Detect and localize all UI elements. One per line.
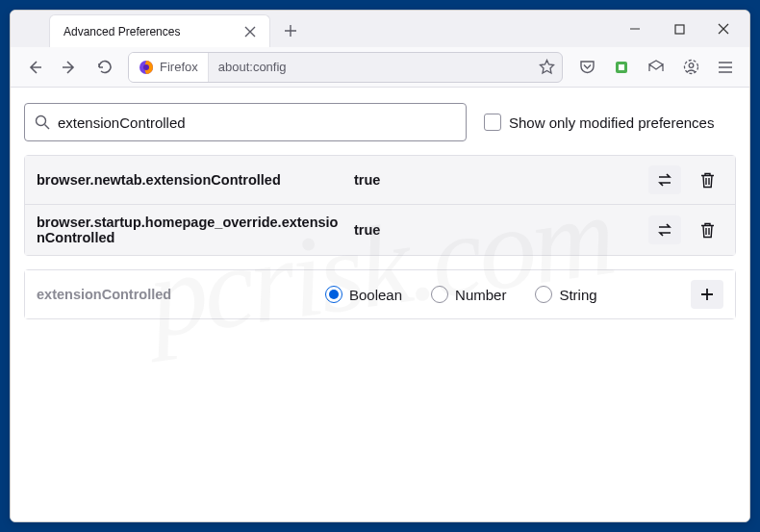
pref-search-box[interactable]: [24, 103, 467, 141]
url-text: about:config: [209, 60, 531, 74]
radio-icon: [535, 286, 552, 303]
profile-button[interactable]: [674, 52, 707, 83]
star-icon: [539, 59, 555, 75]
close-window-button[interactable]: [701, 14, 746, 43]
window-controls: [613, 11, 746, 47]
identity-label: Firefox: [160, 60, 198, 74]
pref-search-input[interactable]: [58, 114, 456, 131]
trash-icon: [700, 222, 715, 239]
trash-icon: [700, 172, 715, 189]
pref-results: browser.newtab.extensionControlled true …: [24, 155, 736, 256]
checkbox-label-text: Show only modified preferences: [509, 114, 714, 131]
svg-rect-0: [675, 25, 684, 34]
search-row: Show only modified preferences: [24, 103, 736, 141]
toggle-icon: [656, 223, 673, 237]
menu-button[interactable]: [709, 52, 742, 83]
pocket-button[interactable]: [570, 52, 603, 83]
pref-value: true: [354, 172, 639, 188]
type-radio-string[interactable]: String: [535, 286, 596, 303]
modified-only-toggle[interactable]: Show only modified preferences: [484, 114, 714, 131]
type-radio-number[interactable]: Number: [431, 286, 506, 303]
svg-point-6: [689, 63, 694, 68]
svg-rect-4: [619, 64, 624, 70]
maximize-button[interactable]: [657, 14, 701, 43]
back-button[interactable]: [18, 52, 51, 83]
checkbox-icon: [484, 114, 501, 131]
close-icon: [244, 26, 256, 38]
mail-icon: [647, 60, 665, 75]
pocket-icon: [579, 59, 595, 75]
pref-name: browser.newtab.extensionControlled: [37, 172, 344, 188]
bookmark-button[interactable]: [531, 52, 562, 83]
nav-toolbar: Firefox about:config: [11, 47, 749, 88]
arrow-left-icon: [26, 59, 43, 76]
type-radio-group: Boolean Number String: [325, 286, 681, 303]
tab-active[interactable]: Advanced Preferences: [49, 14, 270, 47]
close-tab-button[interactable]: [241, 22, 260, 41]
svg-point-5: [684, 61, 697, 74]
tab-bar: Advanced Preferences: [11, 11, 749, 47]
type-radio-boolean[interactable]: Boolean: [325, 286, 402, 303]
reload-button[interactable]: [88, 52, 120, 83]
radio-label: Boolean: [349, 287, 402, 303]
close-icon: [718, 23, 729, 35]
add-button[interactable]: [691, 280, 723, 309]
minimize-icon: [629, 23, 641, 35]
firefox-window: Advanced Preferences: [10, 10, 750, 522]
reload-icon: [96, 59, 113, 75]
minimize-button[interactable]: [613, 14, 657, 43]
forward-button[interactable]: [53, 52, 86, 83]
radio-icon: [431, 286, 448, 303]
add-pref-section: extensionControlled Boolean Number Strin…: [24, 269, 736, 319]
search-icon: [35, 114, 50, 130]
mail-button[interactable]: [640, 52, 672, 83]
profile-icon: [683, 59, 699, 75]
add-pref-row: extensionControlled Boolean Number Strin…: [25, 270, 735, 318]
pref-value: true: [354, 222, 639, 238]
new-pref-name: extensionControlled: [37, 287, 316, 302]
hamburger-icon: [718, 61, 733, 74]
maximize-icon: [674, 24, 685, 35]
new-tab-button[interactable]: [276, 16, 305, 45]
arrow-right-icon: [61, 59, 78, 76]
svg-point-7: [37, 116, 46, 126]
radio-icon: [325, 286, 342, 303]
plus-icon: [284, 24, 297, 38]
delete-button[interactable]: [691, 165, 723, 194]
toggle-button[interactable]: [648, 215, 681, 244]
pref-row: browser.startup.homepage_override.extens…: [25, 205, 735, 255]
radio-label: String: [559, 287, 596, 303]
toggle-icon: [656, 173, 673, 187]
radio-label: Number: [455, 287, 506, 303]
identity-chip[interactable]: Firefox: [129, 53, 209, 82]
firefox-icon: [139, 60, 154, 75]
toggle-button[interactable]: [648, 165, 681, 194]
puzzle-icon: [614, 60, 629, 75]
plus-icon: [700, 288, 714, 301]
delete-button[interactable]: [691, 215, 723, 244]
tab-title: Advanced Preferences: [63, 25, 233, 38]
extension-button[interactable]: [605, 52, 638, 83]
pref-name: browser.startup.homepage_override.extens…: [37, 215, 344, 245]
address-bar[interactable]: Firefox about:config: [128, 52, 563, 83]
about-config-content: Show only modified preferences browser.n…: [11, 88, 749, 521]
svg-point-2: [143, 64, 149, 70]
pref-row: browser.newtab.extensionControlled true: [25, 156, 735, 205]
